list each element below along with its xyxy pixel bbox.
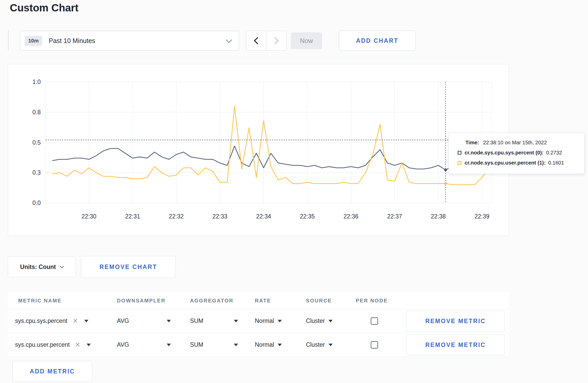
column-header-metric-name: METRIC NAME [18, 298, 62, 304]
metric-row: sys.cpu.user.percent ✕ AVG SUM Normal Cl… [8, 333, 509, 357]
column-header-downsampler: DOWNSAMPLER [117, 298, 166, 304]
caret-down-icon [84, 320, 88, 322]
sys-series-swatch-icon [458, 151, 461, 155]
metric-row: sys.cpu.sys.percent ✕ AVG SUM Normal Clu… [8, 309, 509, 333]
metric-name-select[interactable]: sys.cpu.user.percent ✕ [15, 333, 91, 357]
units-select[interactable]: Units: Count [8, 257, 76, 277]
rate-value: Normal [255, 317, 274, 324]
per-node-checkbox[interactable] [371, 317, 378, 325]
prev-range-button[interactable] [246, 31, 266, 51]
units-label: Units: Count [20, 264, 56, 271]
chevron-down-icon [226, 37, 232, 43]
next-range-button[interactable] [266, 31, 286, 51]
downsampler-select[interactable]: AVG [117, 309, 171, 333]
per-node-checkbox[interactable] [371, 341, 378, 349]
tooltip-series-label: cr.node.sys.cpu.user.percent (1): [465, 160, 545, 166]
svg-text:22:34: 22:34 [256, 213, 271, 220]
caret-down-icon [87, 344, 91, 346]
custom-chart-page: Custom Chart 10m Past 10 Minutes Now ADD… [0, 0, 588, 383]
svg-text:22:33: 22:33 [213, 213, 228, 220]
tooltip-time-row: Time: 22:38:10 on Mar 15th, 2022 [458, 140, 577, 146]
caret-down-icon [278, 344, 282, 346]
add-chart-button[interactable]: ADD CHART [339, 31, 416, 51]
svg-text:22:39: 22:39 [474, 213, 489, 220]
downsampler-select[interactable]: AVG [117, 333, 171, 357]
svg-text:22:37: 22:37 [387, 213, 402, 220]
chevron-down-icon [60, 264, 64, 268]
caret-down-icon [328, 320, 333, 322]
svg-text:22:35: 22:35 [300, 213, 315, 220]
remove-chart-button[interactable]: REMOVE CHART [81, 256, 176, 278]
page-title: Custom Chart [10, 2, 78, 14]
clear-metric-icon[interactable]: ✕ [73, 317, 78, 325]
tooltip-series-label: cr.node.sys.cpu.sys.percent (0): [465, 150, 544, 156]
svg-text:1.0: 1.0 [32, 79, 41, 85]
now-button[interactable]: Now [291, 32, 322, 49]
clear-metric-icon[interactable]: ✕ [75, 341, 80, 349]
chart-tooltip: Time: 22:38:10 on Mar 15th, 2022 cr.node… [449, 133, 584, 174]
metric-name-select[interactable]: sys.cpu.sys.percent ✕ [15, 309, 88, 333]
metrics-table-header: METRIC NAME DOWNSAMPLER AGGREGATOR RATE … [8, 292, 509, 309]
chevron-left-icon [254, 37, 261, 44]
tooltip-series-value: 0.1601 [548, 160, 564, 166]
svg-text:0.0: 0.0 [32, 200, 41, 206]
aggregator-select[interactable]: SUM [190, 333, 238, 357]
metric-name-value: sys.cpu.sys.percent [15, 317, 67, 324]
source-select[interactable]: Cluster [306, 309, 333, 333]
tooltip-time-value: 22:38:10 on Mar 15th, 2022 [483, 140, 547, 145]
svg-text:0.3: 0.3 [32, 169, 41, 176]
svg-text:22:31: 22:31 [125, 213, 140, 220]
caret-down-icon [328, 344, 333, 346]
caret-down-icon [167, 320, 171, 322]
aggregator-value: SUM [190, 317, 203, 324]
time-range-label: Past 10 Minutes [49, 37, 227, 45]
add-metric-button[interactable]: ADD METRIC [12, 361, 92, 382]
svg-text:0.5: 0.5 [32, 139, 41, 146]
downsampler-value: AVG [117, 341, 129, 348]
aggregator-value: SUM [190, 341, 203, 348]
svg-text:22:38: 22:38 [431, 213, 446, 220]
source-value: Cluster [306, 317, 325, 324]
tooltip-series-value: 0.2732 [546, 150, 562, 156]
time-range-pager [246, 31, 286, 51]
caret-down-icon [234, 344, 238, 346]
tooltip-series-row: cr.node.sys.cpu.sys.percent (0): 0.2732 [458, 150, 577, 156]
column-header-per-node: PER NODE [356, 298, 388, 304]
toolbar-divider [8, 31, 9, 51]
downsampler-value: AVG [117, 317, 129, 324]
svg-text:22:32: 22:32 [169, 213, 184, 220]
time-range-badge: 10m [25, 36, 42, 46]
remove-metric-button[interactable]: REMOVE METRIC [406, 311, 505, 331]
column-header-source: SOURCE [306, 298, 332, 304]
chart-canvas[interactable]: 0.00.30.50.81.022:3022:3122:3222:3322:34… [8, 64, 509, 236]
rate-select[interactable]: Normal [255, 333, 282, 357]
metric-name-value: sys.cpu.user.percent [15, 341, 70, 348]
svg-text:0.8: 0.8 [32, 109, 41, 116]
source-value: Cluster [306, 341, 325, 348]
column-header-aggregator: AGGREGATOR [190, 298, 234, 304]
toolbar: 10m Past 10 Minutes Now ADD CHART [0, 31, 416, 51]
caret-down-icon [234, 320, 238, 322]
time-range-select[interactable]: 10m Past 10 Minutes [20, 31, 239, 51]
svg-text:22:36: 22:36 [344, 213, 359, 220]
remove-metric-button[interactable]: REMOVE METRIC [406, 335, 505, 355]
metrics-table: METRIC NAME DOWNSAMPLER AGGREGATOR RATE … [8, 292, 509, 357]
user-series-swatch-icon [458, 161, 461, 165]
rate-value: Normal [255, 341, 274, 348]
aggregator-select[interactable]: SUM [190, 309, 238, 333]
source-select[interactable]: Cluster [306, 333, 333, 357]
chart-card: 0.00.30.50.81.022:3022:3122:3222:3322:34… [8, 64, 509, 236]
svg-text:22:30: 22:30 [81, 213, 96, 220]
column-header-rate: RATE [255, 298, 271, 304]
tooltip-series-row: cr.node.sys.cpu.user.percent (1): 0.1601 [458, 160, 577, 166]
rate-select[interactable]: Normal [255, 309, 282, 333]
tooltip-time-label: Time: [465, 140, 479, 145]
chevron-right-icon [271, 37, 278, 44]
caret-down-icon [167, 344, 171, 346]
caret-down-icon [278, 320, 282, 322]
